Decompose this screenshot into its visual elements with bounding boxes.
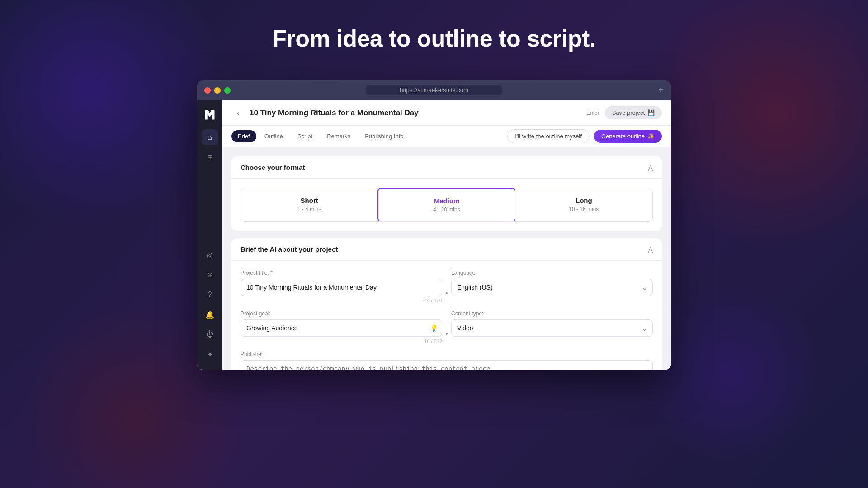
browser-window: https://ai.maekersuite.com + ⌂ ⊞ ◎ <box>197 80 671 370</box>
sidebar-item-target[interactable]: ◎ <box>202 247 218 263</box>
content-type-select-wrapper: Video ⌄ <box>451 319 653 337</box>
format-section-title: Choose your format <box>241 164 305 171</box>
back-button[interactable]: ‹ <box>231 107 244 119</box>
row-divider: • <box>442 270 451 303</box>
sidebar: ⌂ ⊞ ◎ ⊕ ? 🔔 ⏻ <box>197 100 222 370</box>
format-long-sub: 10 - 16 mins <box>524 206 643 212</box>
tab-remarks[interactable]: Remarks <box>321 130 357 142</box>
app-container: ⌂ ⊞ ◎ ⊕ ? 🔔 ⏻ <box>197 100 671 370</box>
brief-section-header: Brief the AI about your project ⋀ <box>231 238 662 261</box>
project-title: 10 Tiny Morning Rituals for a Monumental… <box>250 108 581 117</box>
content-type-select[interactable]: Video <box>451 319 653 337</box>
power-icon: ⏻ <box>206 330 213 338</box>
format-section-body: Short 1 - 4 mins Medium 4 - 10 mins Long… <box>231 179 662 231</box>
topbar: ‹ 10 Tiny Morning Rituals for a Monument… <box>222 100 671 126</box>
sidebar-item-home[interactable]: ⌂ <box>202 129 218 145</box>
project-title-group: Project title: * 44 / 150 <box>241 270 442 303</box>
bell-icon: 🔔 <box>205 310 214 319</box>
grid-icon: ⊞ <box>207 153 213 162</box>
brief-chevron-icon[interactable]: ⋀ <box>648 246 653 253</box>
format-medium-sub: 4 - 10 mins <box>387 206 505 213</box>
language-label: Language: <box>451 270 653 276</box>
discord-icon: ⊕ <box>207 271 213 279</box>
content-type-group: Content type: Video ⌄ <box>451 310 653 344</box>
hero-title: From idea to outline to script. <box>272 25 595 52</box>
tab-outline[interactable]: Outline <box>258 130 289 142</box>
project-title-label: Project title: * <box>241 270 442 276</box>
tab-script[interactable]: Script <box>291 130 319 142</box>
home-icon: ⌂ <box>208 133 212 141</box>
write-myself-button[interactable]: I'll write the outline myself <box>507 129 590 143</box>
sidebar-item-notifications[interactable]: 🔔 <box>202 306 218 323</box>
maximize-button[interactable] <box>224 87 231 94</box>
close-button[interactable] <box>204 87 211 94</box>
language-select[interactable]: English (US) <box>451 279 653 296</box>
minimize-button[interactable] <box>214 87 221 94</box>
sidebar-item-dashboard[interactable]: ⊞ <box>202 149 218 165</box>
sidebar-item-settings[interactable]: ✦ <box>202 346 218 362</box>
save-project-button[interactable]: Save project 💾 <box>605 106 662 119</box>
brief-section-body: Project title: * 44 / 150 • Language: <box>231 261 662 370</box>
target-icon: ◎ <box>207 251 213 259</box>
format-short-name: Short <box>250 197 368 204</box>
tabs-actions: I'll write the outline myself Generate o… <box>507 129 662 143</box>
format-medium-name: Medium <box>387 197 505 205</box>
project-goal-input-wrapper: 💡 <box>241 319 442 337</box>
sidebar-logo <box>203 108 217 122</box>
project-title-input[interactable] <box>241 279 442 296</box>
main-content: ‹ 10 Tiny Morning Rituals for a Monument… <box>222 100 671 370</box>
lightbulb-icon: 💡 <box>430 324 438 332</box>
tabs-bar: Brief Outline Script Remarks Publishing … <box>222 126 671 147</box>
language-select-wrapper: English (US) ⌄ <box>451 279 653 296</box>
row-divider-2: • <box>442 310 451 344</box>
project-goal-count: 16 / 512 <box>241 338 442 344</box>
required-marker: * <box>270 270 273 276</box>
format-option-medium[interactable]: Medium 4 - 10 mins <box>377 188 515 222</box>
format-option-long[interactable]: Long 10 - 16 mins <box>515 188 652 221</box>
tab-brief[interactable]: Brief <box>231 130 256 142</box>
sidebar-item-help[interactable]: ? <box>202 286 218 303</box>
save-icon: 💾 <box>647 109 655 116</box>
address-bar[interactable]: https://ai.maekersuite.com <box>366 85 502 95</box>
save-label: Save project <box>612 109 645 116</box>
project-goal-input[interactable] <box>241 319 442 337</box>
enter-label: Enter <box>586 110 599 116</box>
generate-outline-button[interactable]: Generate outline ✨ <box>594 130 662 143</box>
brief-section-title: Brief the AI about your project <box>241 245 338 253</box>
format-option-short[interactable]: Short 1 - 4 mins <box>241 188 378 221</box>
project-title-count: 44 / 150 <box>241 298 442 303</box>
format-grid: Short 1 - 4 mins Medium 4 - 10 mins Long… <box>241 188 653 222</box>
settings-icon: ✦ <box>207 350 213 359</box>
sparkle-icon: ✨ <box>647 133 655 140</box>
brief-section: Brief the AI about your project ⋀ Projec… <box>231 238 662 370</box>
publisher-label: Publisher: <box>241 351 653 357</box>
form-row-goal-content: Project goal: 💡 16 / 512 • Content type: <box>241 310 653 344</box>
format-long-name: Long <box>524 197 643 204</box>
sidebar-item-power[interactable]: ⏻ <box>202 326 218 343</box>
content-type-label: Content type: <box>451 310 653 317</box>
browser-chrome: https://ai.maekersuite.com + <box>197 80 671 100</box>
url-text: https://ai.maekersuite.com <box>400 87 468 94</box>
project-goal-group: Project goal: 💡 16 / 512 <box>241 310 442 344</box>
content-area: Choose your format ⋀ Short 1 - 4 mins Me… <box>222 147 671 370</box>
help-icon: ? <box>208 291 212 299</box>
publisher-textarea[interactable] <box>241 360 653 370</box>
format-section-header: Choose your format ⋀ <box>231 156 662 179</box>
sidebar-bottom: ◎ ⊕ ? 🔔 ⏻ ✦ <box>202 247 218 362</box>
language-group: Language: English (US) ⌄ <box>451 270 653 303</box>
format-section: Choose your format ⋀ Short 1 - 4 mins Me… <box>231 156 662 231</box>
format-chevron-icon[interactable]: ⋀ <box>648 164 653 171</box>
sidebar-item-discord[interactable]: ⊕ <box>202 267 218 283</box>
project-goal-label: Project goal: <box>241 310 442 317</box>
traffic-lights <box>204 87 231 94</box>
publisher-group: Publisher: 0 / 1024 <box>241 351 653 370</box>
tab-publishing[interactable]: Publishing Info <box>359 130 410 142</box>
form-row-title-language: Project title: * 44 / 150 • Language: <box>241 270 653 303</box>
format-short-sub: 1 - 4 mins <box>250 206 368 212</box>
new-tab-button[interactable]: + <box>658 85 664 95</box>
